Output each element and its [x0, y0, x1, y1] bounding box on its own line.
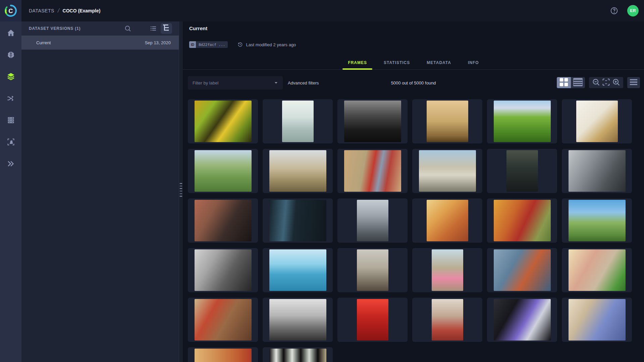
- frame-tile[interactable]: [487, 198, 557, 243]
- sidebar-item-workers-queues[interactable]: [5, 115, 17, 127]
- frame-tile[interactable]: [562, 298, 632, 342]
- frame-tile[interactable]: [562, 198, 632, 243]
- tab-statistics[interactable]: STATISTICS: [378, 58, 415, 69]
- frame-tile[interactable]: [487, 248, 557, 292]
- zoom-controls: [589, 77, 623, 88]
- zoom-out-icon: [591, 77, 601, 88]
- tree-view-button[interactable]: [161, 23, 172, 34]
- frame-thumbnail: [195, 200, 252, 241]
- frame-tile[interactable]: [412, 99, 482, 143]
- app-sidebar: [0, 21, 21, 362]
- frame-tile[interactable]: [562, 99, 632, 143]
- frame-thumbnail: [195, 349, 252, 362]
- frame-thumbnail: [269, 349, 326, 362]
- frame-tile[interactable]: [337, 298, 408, 342]
- clearml-logo[interactable]: C: [0, 0, 21, 21]
- grid-view-icon: [557, 77, 571, 88]
- frame-tile[interactable]: [188, 298, 258, 342]
- frame-thumbnail: [494, 249, 551, 291]
- zoom-out-button[interactable]: [591, 77, 601, 88]
- frame-tile[interactable]: [188, 347, 258, 362]
- frame-tile[interactable]: [263, 198, 333, 243]
- filter-by-label-select[interactable]: Filter by label: [188, 76, 283, 89]
- search-icon[interactable]: [124, 24, 132, 33]
- frame-tile[interactable]: [487, 99, 557, 143]
- frame-tile[interactable]: [337, 198, 408, 243]
- frame-thumbnail: [432, 299, 463, 341]
- frame-tile[interactable]: [263, 347, 333, 362]
- layers-icon: [6, 72, 15, 82]
- drag-handle-icon: [180, 182, 182, 198]
- pipeline-icon: [6, 94, 15, 104]
- sidebar-item-home[interactable]: [5, 27, 17, 40]
- frame-thumbnail: [569, 249, 626, 291]
- fit-to-screen-button[interactable]: [601, 77, 611, 88]
- fit-to-screen-icon: [601, 77, 611, 88]
- frame-tile[interactable]: [412, 248, 482, 292]
- frame-thumbnail: [269, 200, 326, 241]
- zoom-in-button[interactable]: [611, 77, 621, 88]
- frame-thumbnail: [195, 299, 252, 341]
- frame-tile[interactable]: [412, 198, 482, 243]
- frame-tile[interactable]: [412, 149, 482, 193]
- chevron-down-icon: [273, 79, 279, 86]
- frame-tile[interactable]: [188, 248, 258, 292]
- frame-tile[interactable]: [337, 149, 408, 193]
- main-content: Current ID 8d22facf ... Last modified 2 …: [183, 21, 644, 362]
- breadcrumb-separator: /: [57, 7, 60, 14]
- id-label: ID: [189, 41, 196, 48]
- version-id-badge[interactable]: ID 8d22facf ...: [189, 41, 228, 48]
- frame-tile[interactable]: [412, 298, 482, 342]
- frame-tile[interactable]: [337, 248, 408, 292]
- frame-thumbnail: [344, 150, 401, 192]
- frame-tile[interactable]: [188, 198, 258, 243]
- frame-tile[interactable]: [188, 99, 258, 143]
- annotator-icon: [6, 137, 15, 148]
- frame-tile[interactable]: [562, 248, 632, 292]
- dataset-versions-panel: DATASET VERSIONS (1) Current Sep 13, 202…: [21, 21, 179, 362]
- frame-thumbnail: [195, 249, 252, 291]
- versions-panel-header: DATASET VERSIONS (1): [21, 21, 179, 36]
- tab-info[interactable]: INFO: [463, 58, 484, 69]
- sidebar-item-hyper-datasets[interactable]: [5, 71, 17, 83]
- frame-thumbnail: [494, 299, 551, 341]
- advanced-filters-link[interactable]: Advanced filters: [288, 76, 319, 89]
- table-view-button[interactable]: [571, 77, 585, 88]
- sidebar-item-annotations[interactable]: [5, 136, 17, 148]
- help-icon[interactable]: [610, 6, 619, 15]
- sidebar-item-projects[interactable]: [5, 49, 17, 61]
- frame-tile[interactable]: [337, 99, 408, 143]
- version-row-current[interactable]: Current Sep 13, 2020: [21, 36, 179, 50]
- versions-panel-title: DATASET VERSIONS (1): [29, 26, 124, 31]
- servers-icon: [6, 116, 15, 126]
- avatar[interactable]: ER: [627, 5, 639, 16]
- results-count: 5000 out of 5000 found: [391, 76, 436, 89]
- frame-tile[interactable]: [263, 99, 333, 143]
- frame-tile[interactable]: [188, 149, 258, 193]
- id-value: 8d22facf ...: [196, 41, 228, 48]
- frame-thumbnail: [195, 150, 252, 192]
- frame-tile[interactable]: [562, 149, 632, 193]
- frame-tile[interactable]: [263, 298, 333, 342]
- frame-tile[interactable]: [263, 248, 333, 292]
- sidebar-item-expand[interactable]: [5, 158, 17, 170]
- tab-metadata[interactable]: METADATA: [421, 58, 457, 69]
- frame-tile[interactable]: [487, 149, 557, 193]
- tab-bar: FRAMES STATISTICS METADATA INFO: [183, 58, 644, 70]
- frame-tile[interactable]: [263, 149, 333, 193]
- list-view-icon[interactable]: [149, 24, 157, 33]
- top-bar: C DATASETS / COCO (Example) ER: [0, 0, 644, 21]
- frame-tile[interactable]: [487, 298, 557, 342]
- grid-settings-button[interactable]: [627, 77, 640, 88]
- frame-thumbnail: [357, 200, 388, 241]
- panel-resize-divider[interactable]: [179, 21, 183, 362]
- breadcrumb-datasets[interactable]: DATASETS: [29, 8, 54, 13]
- grid-view-button[interactable]: [557, 77, 571, 88]
- tab-frames[interactable]: FRAMES: [342, 58, 372, 69]
- frame-thumbnail: [576, 101, 618, 142]
- sidebar-item-pipelines[interactable]: [5, 93, 17, 105]
- version-meta-row: ID 8d22facf ... Last modified 2 years ag…: [189, 41, 296, 48]
- frame-thumbnail: [427, 200, 468, 241]
- frame-thumbnail: [344, 101, 401, 142]
- frames-toolbar: Filter by label Advanced filters 5000 ou…: [183, 76, 644, 90]
